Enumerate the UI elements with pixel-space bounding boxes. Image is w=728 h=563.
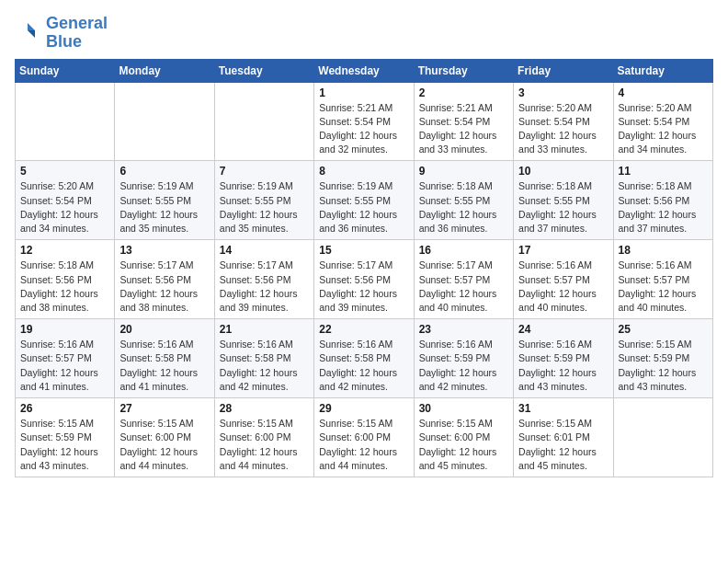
- day-number: 9: [419, 165, 508, 178]
- day-number: 31: [518, 402, 608, 415]
- day-info: Sunrise: 5:18 AM Sunset: 5:56 PM Dayligh…: [619, 179, 708, 236]
- header-cell-saturday: Saturday: [613, 59, 712, 82]
- day-info: Sunrise: 5:15 AM Sunset: 6:00 PM Dayligh…: [119, 417, 209, 473]
- day-cell: [613, 398, 712, 477]
- day-number: 19: [20, 323, 109, 336]
- day-info: Sunrise: 5:16 AM Sunset: 5:58 PM Dayligh…: [319, 338, 408, 394]
- day-cell: 2Sunrise: 5:21 AM Sunset: 5:54 PM Daylig…: [414, 82, 513, 161]
- day-number: 5: [20, 165, 109, 178]
- day-cell: 8Sunrise: 5:19 AM Sunset: 5:55 PM Daylig…: [314, 161, 414, 240]
- day-cell: 15Sunrise: 5:17 AM Sunset: 5:56 PM Dayli…: [314, 240, 414, 319]
- logo: General Blue: [15, 15, 108, 52]
- week-row-4: 19Sunrise: 5:16 AM Sunset: 5:57 PM Dayli…: [16, 319, 713, 398]
- day-cell: 12Sunrise: 5:18 AM Sunset: 5:56 PM Dayli…: [16, 240, 115, 319]
- day-number: 15: [319, 244, 408, 257]
- logo-icon: [15, 19, 42, 47]
- day-number: 12: [20, 244, 109, 257]
- week-row-1: 1Sunrise: 5:21 AM Sunset: 5:54 PM Daylig…: [16, 82, 713, 161]
- day-number: 16: [419, 244, 508, 257]
- day-info: Sunrise: 5:18 AM Sunset: 5:56 PM Dayligh…: [20, 259, 109, 315]
- day-number: 4: [619, 86, 708, 99]
- day-info: Sunrise: 5:15 AM Sunset: 5:59 PM Dayligh…: [20, 417, 109, 473]
- day-info: Sunrise: 5:16 AM Sunset: 5:57 PM Dayligh…: [20, 338, 109, 394]
- day-info: Sunrise: 5:17 AM Sunset: 5:57 PM Dayligh…: [419, 259, 508, 315]
- day-info: Sunrise: 5:16 AM Sunset: 5:58 PM Dayligh…: [119, 338, 209, 394]
- svg-marker-1: [28, 30, 35, 38]
- day-number: 26: [20, 402, 109, 415]
- day-number: 23: [419, 323, 508, 336]
- calendar-table: SundayMondayTuesdayWednesdayThursdayFrid…: [15, 59, 713, 477]
- day-number: 11: [619, 165, 708, 178]
- calendar-header: SundayMondayTuesdayWednesdayThursdayFrid…: [16, 59, 713, 82]
- day-cell: 21Sunrise: 5:16 AM Sunset: 5:58 PM Dayli…: [214, 319, 313, 398]
- day-info: Sunrise: 5:16 AM Sunset: 5:58 PM Dayligh…: [220, 338, 309, 394]
- day-cell: 27Sunrise: 5:15 AM Sunset: 6:00 PM Dayli…: [115, 398, 214, 477]
- day-cell: 9Sunrise: 5:18 AM Sunset: 5:55 PM Daylig…: [414, 161, 513, 240]
- week-row-5: 26Sunrise: 5:15 AM Sunset: 5:59 PM Dayli…: [16, 398, 713, 477]
- day-cell: 19Sunrise: 5:16 AM Sunset: 5:57 PM Dayli…: [16, 319, 115, 398]
- day-number: 30: [419, 402, 508, 415]
- day-number: 8: [319, 165, 408, 178]
- header-cell-friday: Friday: [514, 59, 613, 82]
- header-cell-wednesday: Wednesday: [314, 59, 414, 82]
- day-cell: 31Sunrise: 5:15 AM Sunset: 6:01 PM Dayli…: [514, 398, 613, 477]
- day-cell: 7Sunrise: 5:19 AM Sunset: 5:55 PM Daylig…: [214, 161, 313, 240]
- day-info: Sunrise: 5:20 AM Sunset: 5:54 PM Dayligh…: [20, 179, 109, 236]
- day-info: Sunrise: 5:21 AM Sunset: 5:54 PM Dayligh…: [319, 101, 408, 157]
- day-cell: 14Sunrise: 5:17 AM Sunset: 5:56 PM Dayli…: [214, 240, 313, 319]
- day-cell: 24Sunrise: 5:16 AM Sunset: 5:59 PM Dayli…: [514, 319, 613, 398]
- day-cell: 11Sunrise: 5:18 AM Sunset: 5:56 PM Dayli…: [613, 161, 712, 240]
- day-cell: 20Sunrise: 5:16 AM Sunset: 5:58 PM Dayli…: [115, 319, 214, 398]
- header-cell-thursday: Thursday: [414, 59, 513, 82]
- day-info: Sunrise: 5:17 AM Sunset: 5:56 PM Dayligh…: [119, 259, 209, 315]
- page-header: General Blue: [15, 15, 713, 52]
- day-cell: 25Sunrise: 5:15 AM Sunset: 5:59 PM Dayli…: [613, 319, 712, 398]
- day-info: Sunrise: 5:15 AM Sunset: 6:00 PM Dayligh…: [220, 417, 309, 473]
- header-row: SundayMondayTuesdayWednesdayThursdayFrid…: [16, 59, 713, 82]
- logo-text: General Blue: [46, 15, 108, 52]
- day-info: Sunrise: 5:15 AM Sunset: 5:59 PM Dayligh…: [619, 338, 708, 394]
- day-cell: 10Sunrise: 5:18 AM Sunset: 5:55 PM Dayli…: [514, 161, 613, 240]
- day-cell: 23Sunrise: 5:16 AM Sunset: 5:59 PM Dayli…: [414, 319, 513, 398]
- day-number: 6: [119, 165, 209, 178]
- day-cell: 28Sunrise: 5:15 AM Sunset: 6:00 PM Dayli…: [214, 398, 313, 477]
- day-cell: [115, 82, 214, 161]
- day-info: Sunrise: 5:21 AM Sunset: 5:54 PM Dayligh…: [419, 101, 508, 157]
- day-info: Sunrise: 5:17 AM Sunset: 5:56 PM Dayligh…: [319, 259, 408, 315]
- day-cell: 17Sunrise: 5:16 AM Sunset: 5:57 PM Dayli…: [514, 240, 613, 319]
- day-info: Sunrise: 5:16 AM Sunset: 5:59 PM Dayligh…: [518, 338, 608, 394]
- day-cell: 30Sunrise: 5:15 AM Sunset: 6:00 PM Dayli…: [414, 398, 513, 477]
- day-info: Sunrise: 5:17 AM Sunset: 5:56 PM Dayligh…: [220, 259, 309, 315]
- header-cell-monday: Monday: [115, 59, 214, 82]
- day-cell: 5Sunrise: 5:20 AM Sunset: 5:54 PM Daylig…: [16, 161, 115, 240]
- day-number: 28: [220, 402, 309, 415]
- day-number: 1: [319, 86, 408, 99]
- day-number: 24: [518, 323, 608, 336]
- header-cell-sunday: Sunday: [16, 59, 115, 82]
- day-cell: 13Sunrise: 5:17 AM Sunset: 5:56 PM Dayli…: [115, 240, 214, 319]
- day-info: Sunrise: 5:16 AM Sunset: 5:59 PM Dayligh…: [419, 338, 508, 394]
- day-info: Sunrise: 5:18 AM Sunset: 5:55 PM Dayligh…: [419, 179, 508, 236]
- day-info: Sunrise: 5:15 AM Sunset: 6:01 PM Dayligh…: [518, 417, 608, 473]
- day-info: Sunrise: 5:20 AM Sunset: 5:54 PM Dayligh…: [619, 101, 708, 157]
- calendar-body: 1Sunrise: 5:21 AM Sunset: 5:54 PM Daylig…: [16, 82, 713, 477]
- day-cell: 1Sunrise: 5:21 AM Sunset: 5:54 PM Daylig…: [314, 82, 414, 161]
- header-cell-tuesday: Tuesday: [214, 59, 313, 82]
- day-number: 18: [619, 244, 708, 257]
- day-number: 3: [518, 86, 608, 99]
- day-cell: 26Sunrise: 5:15 AM Sunset: 5:59 PM Dayli…: [16, 398, 115, 477]
- day-number: 7: [220, 165, 309, 178]
- day-number: 21: [220, 323, 309, 336]
- day-info: Sunrise: 5:20 AM Sunset: 5:54 PM Dayligh…: [518, 101, 608, 157]
- day-cell: 29Sunrise: 5:15 AM Sunset: 6:00 PM Dayli…: [314, 398, 414, 477]
- day-number: 20: [119, 323, 209, 336]
- day-number: 22: [319, 323, 408, 336]
- day-info: Sunrise: 5:15 AM Sunset: 6:00 PM Dayligh…: [319, 417, 408, 473]
- week-row-3: 12Sunrise: 5:18 AM Sunset: 5:56 PM Dayli…: [16, 240, 713, 319]
- day-info: Sunrise: 5:19 AM Sunset: 5:55 PM Dayligh…: [220, 179, 309, 236]
- day-number: 14: [220, 244, 309, 257]
- day-cell: 16Sunrise: 5:17 AM Sunset: 5:57 PM Dayli…: [414, 240, 513, 319]
- day-cell: 22Sunrise: 5:16 AM Sunset: 5:58 PM Dayli…: [314, 319, 414, 398]
- day-number: 17: [518, 244, 608, 257]
- day-number: 29: [319, 402, 408, 415]
